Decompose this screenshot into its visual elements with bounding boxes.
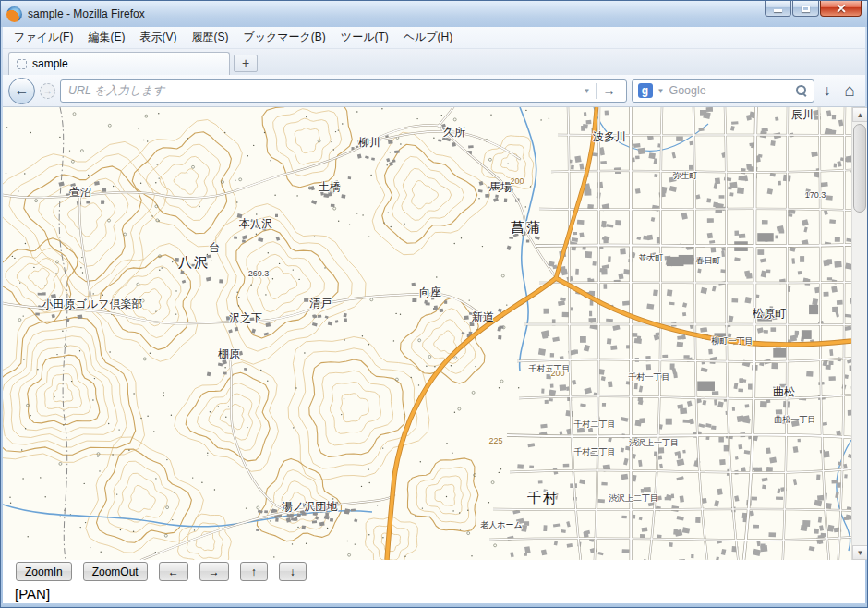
tab-sample[interactable]: sample: [8, 52, 230, 75]
menu-bar: ファイル(F) 編集(E) 表示(V) 履歴(S) ブックマーク(B) ツール(…: [3, 27, 865, 49]
map-viewport[interactable]: 柳川久所波多川辰川萱沼土橋馬場菖蒲本八沢台八沢小田原ゴルフ倶楽部沢之下清戸向座新…: [3, 107, 867, 560]
firefox-icon: [6, 6, 22, 22]
close-button[interactable]: [820, 1, 862, 17]
url-dropdown-icon[interactable]: ▼: [579, 87, 596, 95]
scrollbar-thumb[interactable]: [853, 124, 866, 213]
page-icon: [17, 59, 27, 69]
pan-down-button[interactable]: ↓: [279, 562, 307, 581]
maximize-button[interactable]: [792, 1, 819, 17]
status-text: [PAN]: [15, 586, 50, 602]
scroll-up-button[interactable]: ▲: [852, 107, 867, 122]
search-input[interactable]: [669, 84, 794, 97]
menu-help[interactable]: ヘルプ(H): [396, 27, 461, 48]
menu-bookmarks[interactable]: ブックマーク(B): [235, 27, 332, 48]
menu-file[interactable]: ファイル(F): [6, 27, 80, 48]
vertical-scrollbar[interactable]: ▲ ▼: [851, 107, 867, 560]
menu-edit[interactable]: 編集(E): [80, 27, 132, 48]
maximize-icon: [802, 6, 810, 12]
google-logo-icon[interactable]: g: [638, 83, 653, 98]
minimize-button[interactable]: [765, 1, 791, 17]
menu-view[interactable]: 表示(V): [132, 27, 184, 48]
tab-label: sample: [32, 57, 68, 70]
zoom-in-button[interactable]: ZoomIn: [16, 562, 72, 581]
forward-button[interactable]: →: [40, 83, 55, 99]
navigation-bar: ← → ▼ → g ▼ ↓ ⌂: [3, 75, 865, 107]
status-bar: [PAN]: [3, 583, 865, 603]
window-titlebar[interactable]: sample - Mozilla Firefox: [1, 1, 867, 27]
search-bar[interactable]: g ▼: [632, 79, 814, 103]
menu-history[interactable]: 履歴(S): [184, 27, 235, 48]
window-bottom-border: [1, 603, 867, 608]
map-control-toolbar: ZoomIn ZoomOut ← → ↑ ↓: [3, 560, 865, 583]
menu-tools[interactable]: ツール(T): [333, 27, 396, 48]
map-canvas[interactable]: [3, 107, 851, 560]
url-bar[interactable]: ▼ →: [60, 79, 627, 103]
search-icon[interactable]: [795, 84, 808, 97]
zoom-out-button[interactable]: ZoomOut: [83, 562, 148, 581]
window-title: sample - Mozilla Firefox: [28, 7, 145, 20]
tab-bar: sample +: [3, 49, 865, 75]
minimize-icon: [774, 9, 782, 12]
url-input[interactable]: [68, 84, 579, 97]
go-button[interactable]: →: [597, 83, 622, 98]
pan-left-button[interactable]: ←: [159, 562, 188, 581]
pan-up-button[interactable]: ↑: [240, 562, 268, 581]
home-button[interactable]: ⌂: [840, 80, 860, 101]
pan-right-button[interactable]: →: [199, 562, 229, 581]
scroll-down-button[interactable]: ▼: [852, 545, 867, 560]
downloads-button[interactable]: ↓: [819, 82, 836, 99]
search-engine-dropdown-icon[interactable]: ▼: [653, 87, 669, 95]
back-button[interactable]: ←: [8, 78, 35, 104]
new-tab-button[interactable]: +: [234, 55, 258, 72]
browser-window: sample - Mozilla Firefox ファイル(F) 編集(E) 表…: [0, 0, 868, 608]
window-controls: [764, 1, 862, 17]
